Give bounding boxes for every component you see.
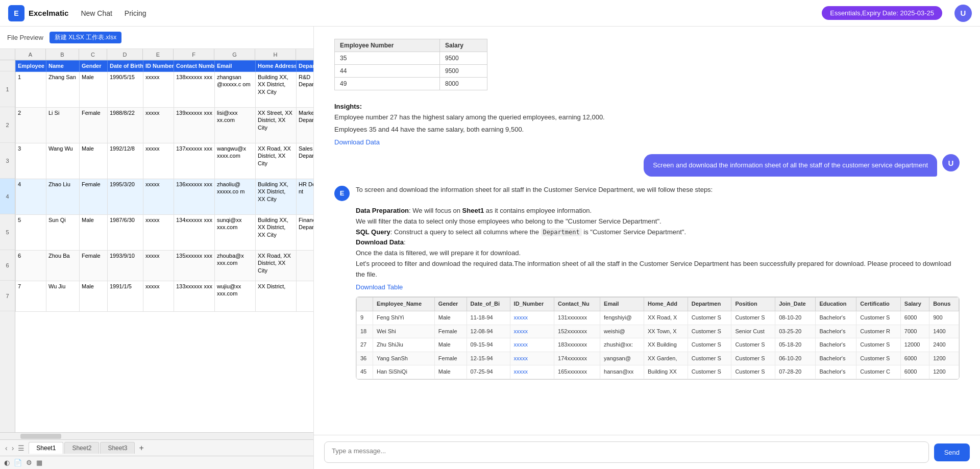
- table-row[interactable]: 5Sun QiMale1987/6/30xxxxx134xxxxxx xxxsu…: [16, 215, 314, 251]
- cell-r0-c2[interactable]: Male: [80, 72, 108, 108]
- embedded-cell: Zhu ShiJiu: [373, 338, 434, 352]
- cell-r4-c7[interactable]: Building XX, XX District, XX City: [256, 215, 297, 251]
- table-row[interactable]: 4Zhao LiuFemale1995/3/20xxxxx136xxxxxx x…: [16, 179, 314, 215]
- prev-sheet-icon[interactable]: ‹: [4, 443, 9, 453]
- cell-r5-c4[interactable]: xxxxx: [143, 251, 174, 281]
- nav-pricing[interactable]: Pricing: [125, 9, 146, 17]
- table-row[interactable]: 1Zhang SanMale1990/5/15xxxxx138xxxxxx xx…: [16, 72, 314, 108]
- cell-r0-c3[interactable]: 1990/5/15: [108, 72, 143, 108]
- cell-r5-c2[interactable]: Female: [80, 251, 108, 281]
- cell-r2-c4[interactable]: xxxxx: [143, 143, 174, 179]
- cell-r6-c7[interactable]: XX District,: [256, 281, 297, 312]
- cell-r3-c2[interactable]: Female: [80, 179, 108, 215]
- cell-r4-c1[interactable]: Sun Qi: [46, 215, 80, 251]
- ai-step-sql-text: : Construct a query to select all column…: [390, 228, 686, 236]
- cell-r6-c6[interactable]: wujiu@xx xxx.com: [215, 281, 256, 312]
- cell-r1-c4[interactable]: xxxxx: [143, 108, 174, 143]
- cell-r4-c8[interactable]: Finance Departme nt: [297, 215, 314, 251]
- user-avatar[interactable]: U: [954, 5, 972, 22]
- cell-r2-c8[interactable]: Sales Departme nt: [297, 143, 314, 179]
- cell-r6-c8[interactable]: [297, 281, 314, 312]
- cell-r2-c5[interactable]: 137xxxxxx xxx: [174, 143, 215, 179]
- cell-r3-c1[interactable]: Zhao Liu: [46, 179, 80, 215]
- cell-r1-c2[interactable]: Female: [80, 108, 108, 143]
- table-row[interactable]: 2Li SiFemale1988/8/22xxxxx139xxxxxx xxxl…: [16, 108, 314, 143]
- cell-r4-c6[interactable]: sunqi@xx xxx.com: [215, 215, 256, 251]
- status-icon-3[interactable]: ⚙: [26, 459, 32, 466]
- grid-scroll[interactable]: Employee IDNameGenderDate of BirthID Num…: [15, 60, 313, 432]
- cell-r1-c5[interactable]: 139xxxxxx xxx: [174, 108, 215, 143]
- cell-r0-c0[interactable]: 1: [16, 72, 46, 108]
- embedded-cell: Customer S: [856, 352, 900, 365]
- sheet-tab-1[interactable]: Sheet1: [29, 442, 63, 454]
- cell-r1-c7[interactable]: XX Street, XX District, XX City: [256, 108, 297, 143]
- cell-r4-c5[interactable]: 134xxxxxx xxx: [174, 215, 215, 251]
- cell-r6-c1[interactable]: Wu Jiu: [46, 281, 80, 312]
- cell-r2-c2[interactable]: Male: [80, 143, 108, 179]
- cell-r5-c3[interactable]: 1993/9/10: [108, 251, 143, 281]
- status-icon-4[interactable]: ▦: [36, 459, 42, 466]
- cell-r3-c6[interactable]: zhaoliu@ xxxxx.co m: [215, 179, 256, 215]
- embedded-cell: 1200: [929, 352, 959, 365]
- cell-r4-c3[interactable]: 1987/6/30: [108, 215, 143, 251]
- h-scrollbar[interactable]: [0, 432, 313, 439]
- cell-r3-c4[interactable]: xxxxx: [143, 179, 174, 215]
- cell-r6-c4[interactable]: xxxxx: [143, 281, 174, 312]
- chat-input[interactable]: [324, 441, 929, 463]
- col-header-row: ABCDEFGHI: [0, 49, 313, 60]
- status-icon-1[interactable]: ◐: [4, 459, 10, 466]
- cell-r5-c8[interactable]: [297, 251, 314, 281]
- cell-r6-c3[interactable]: 1991/1/5: [108, 281, 143, 312]
- cell-r3-c5[interactable]: 136xxxxxx xxx: [174, 179, 215, 215]
- cell-r2-c6[interactable]: wangwu@x xxxx.com: [215, 143, 256, 179]
- cell-r1-c0[interactable]: 2: [16, 108, 46, 143]
- cell-r0-c8[interactable]: R&D Departme nt: [297, 72, 314, 108]
- status-icon-2[interactable]: 📄: [14, 459, 22, 466]
- cell-r1-c6[interactable]: lisi@xxx xx.com: [215, 108, 256, 143]
- cell-r2-c1[interactable]: Wang Wu: [46, 143, 80, 179]
- cell-r6-c2[interactable]: Male: [80, 281, 108, 312]
- cell-r0-c5[interactable]: 138xxxxxx xxx: [174, 72, 215, 108]
- cell-r2-c7[interactable]: XX Road, XX District, XX City: [256, 143, 297, 179]
- cell-r3-c0[interactable]: 4: [16, 179, 46, 215]
- table-row[interactable]: 6Zhou BaFemale1993/9/10xxxxx135xxxxxx xx…: [16, 251, 314, 281]
- cell-r5-c0[interactable]: 6: [16, 251, 46, 281]
- cell-r5-c1[interactable]: Zhou Ba: [46, 251, 80, 281]
- download-table-link[interactable]: Download Table: [356, 282, 403, 293]
- add-sheet-button[interactable]: +: [136, 443, 146, 453]
- cell-r5-c5[interactable]: 135xxxxxx xxx: [174, 251, 215, 281]
- ai-step-sql-label: SQL Query: [356, 228, 390, 236]
- cell-r0-c7[interactable]: Building XX, XX District, XX City: [256, 72, 297, 108]
- cell-r4-c2[interactable]: Male: [80, 215, 108, 251]
- embedded-cell: 183xxxxxxx: [554, 338, 600, 352]
- download-data-link[interactable]: Download Data: [334, 138, 380, 146]
- sheet-tab-3[interactable]: Sheet3: [100, 442, 135, 454]
- cell-r1-c1[interactable]: Li Si: [46, 108, 80, 143]
- cell-r3-c7[interactable]: Building XX, XX District, XX City: [256, 179, 297, 215]
- cell-r5-c6[interactable]: zhouba@x xxx.com: [215, 251, 256, 281]
- cell-r4-c0[interactable]: 5: [16, 215, 46, 251]
- cell-r5-c7[interactable]: XX Road, XX District, XX City: [256, 251, 297, 281]
- cell-r0-c1[interactable]: Zhang San: [46, 72, 80, 108]
- menu-sheet-icon[interactable]: ☰: [17, 443, 26, 453]
- send-button[interactable]: Send: [934, 443, 970, 461]
- cell-r1-c3[interactable]: 1988/8/22: [108, 108, 143, 143]
- table-row[interactable]: 3Wang WuMale1992/12/8xxxxx137xxxxxx xxxw…: [16, 143, 314, 179]
- embedded-cell: Customer R: [856, 325, 900, 338]
- table-row[interactable]: 7Wu JiuMale1991/1/5xxxxx133xxxxxx xxxwuj…: [16, 281, 314, 312]
- cell-r2-c3[interactable]: 1992/12/8: [108, 143, 143, 179]
- cell-r0-c4[interactable]: xxxxx: [143, 72, 174, 108]
- sheet-tab-2[interactable]: Sheet2: [64, 442, 99, 454]
- nav-new-chat[interactable]: New Chat: [81, 9, 112, 17]
- cell-r2-c0[interactable]: 3: [16, 143, 46, 179]
- cell-r0-c6[interactable]: zhangsan @xxxxx.c om: [215, 72, 256, 108]
- cell-r6-c5[interactable]: 133xxxxxx xxx: [174, 281, 215, 312]
- cell-r3-c8[interactable]: HR Departme nt: [297, 179, 314, 215]
- cell-r1-c8[interactable]: Marketing Departme nt: [297, 108, 314, 143]
- chat-messages[interactable]: Employee NumberSalary359500449500498000 …: [314, 27, 980, 435]
- cell-r3-c3[interactable]: 1995/3/20: [108, 179, 143, 215]
- next-sheet-icon[interactable]: ›: [11, 443, 15, 453]
- cell-r4-c4[interactable]: xxxxx: [143, 215, 174, 251]
- embedded-cell: 1200: [929, 365, 959, 379]
- cell-r6-c0[interactable]: 7: [16, 281, 46, 312]
